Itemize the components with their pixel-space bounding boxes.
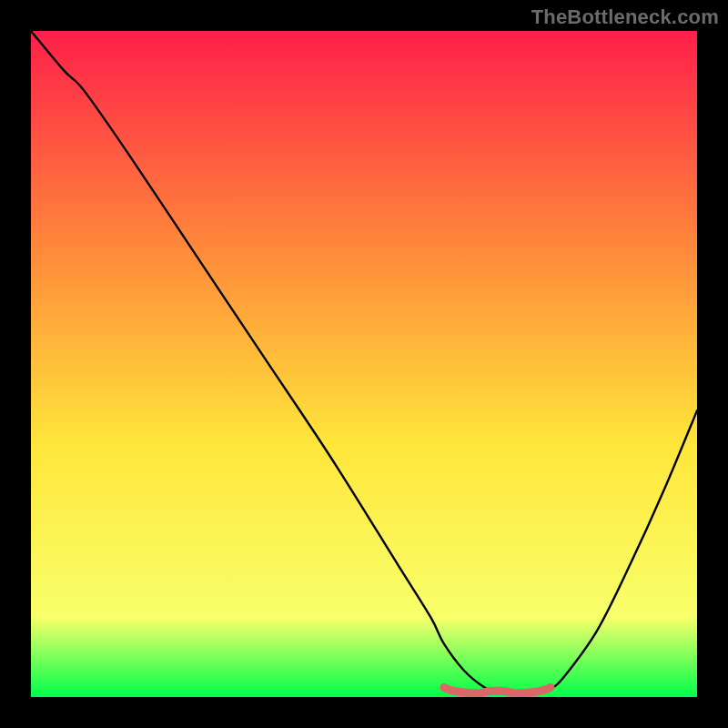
- watermark-text: TheBottleneck.com: [531, 5, 719, 29]
- bottleneck-chart: [31, 31, 697, 697]
- flat-region-marker: [444, 687, 551, 693]
- gradient-background: [31, 31, 697, 697]
- chart-frame: [31, 31, 697, 697]
